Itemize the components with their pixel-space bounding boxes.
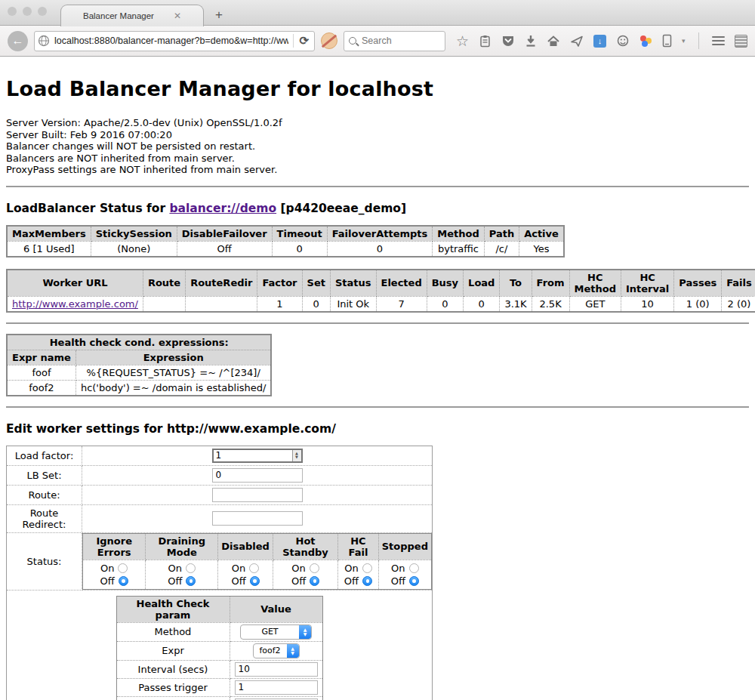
radio-hot-standby-off[interactable] <box>310 576 319 586</box>
url-input[interactable] <box>53 35 290 47</box>
tab-close-icon[interactable]: ✕ <box>174 11 181 21</box>
col-method: Method <box>433 226 484 242</box>
cell-method: bytraffic <box>433 241 484 257</box>
dropbox-extension-icon[interactable]: ↓ <box>593 35 606 48</box>
radio-draining-mode-off[interactable] <box>186 576 196 586</box>
home-icon[interactable] <box>547 35 560 48</box>
tab-title: Balancer Manager <box>83 11 154 20</box>
health-check-param-table: Health Check param Value Method GET▲▼ Ex… <box>116 596 323 700</box>
off-label: Off <box>100 575 115 587</box>
cell-factor: 1 <box>257 296 302 312</box>
col-expr-name: Expr name <box>7 350 76 365</box>
hc-row-method: Method GET▲▼ <box>116 622 322 641</box>
minimize-window-icon[interactable] <box>23 7 32 16</box>
cell-elected: 7 <box>376 296 427 312</box>
cell-fails: 2 (0) <box>722 296 755 312</box>
loadbalancer-status-heading: LoadBalancer Status for balancer://demo … <box>6 202 749 215</box>
route-redirect-input[interactable] <box>212 511 303 526</box>
col-hc-method: HC Method <box>569 270 621 297</box>
zoom-window-icon[interactable] <box>38 7 47 16</box>
cell-from: 2.5K <box>532 296 569 312</box>
col-disablefailover: DisableFailover <box>177 226 272 242</box>
route-input[interactable] <box>212 488 303 502</box>
expr-table-title: Health check cond. expressions: <box>7 335 271 350</box>
col-factor: Factor <box>257 270 302 297</box>
col-busy: Busy <box>427 270 463 297</box>
downloads-icon[interactable] <box>525 35 537 48</box>
search-bar[interactable] <box>344 31 445 51</box>
balancer-demo-link[interactable]: balancer://demo <box>169 202 276 215</box>
forum-smiley-icon[interactable] <box>616 35 630 48</box>
edit-worker-heading: Edit worker settings for http://www.exam… <box>6 422 749 436</box>
radio-hot-standby-on[interactable] <box>310 563 319 573</box>
radio-disabled-on[interactable] <box>249 563 259 573</box>
radio-disabled-off[interactable] <box>250 576 260 586</box>
off-label: Off <box>344 575 359 587</box>
interval-input[interactable] <box>235 662 318 677</box>
lb-set-label: LB Set: <box>7 465 82 485</box>
col-to: To <box>500 270 532 297</box>
pocket-icon[interactable] <box>501 35 515 48</box>
radio-stopped-off[interactable] <box>409 576 419 586</box>
lb-set-input[interactable] <box>212 468 303 483</box>
cell-expr-name: foof2 <box>7 380 76 396</box>
select-stepper-icon: ▲▼ <box>299 625 311 639</box>
cell-failoverattempts: 0 <box>327 241 433 257</box>
window-titlebar: Balancer Manager ✕ + <box>0 0 755 26</box>
device-icon[interactable] <box>662 34 672 48</box>
table-header-row: Worker URL Route RouteRedir Factor Set S… <box>7 270 755 297</box>
menu-icon[interactable] <box>712 34 725 48</box>
radio-hc-fail-on[interactable] <box>362 563 372 573</box>
close-window-icon[interactable] <box>8 7 17 16</box>
expr-label: Expr <box>116 641 230 660</box>
radio-ignore-errors-on[interactable] <box>118 563 128 573</box>
new-tab-button[interactable]: + <box>215 8 223 23</box>
method-select[interactable]: GET▲▼ <box>240 624 312 640</box>
section-divider <box>6 322 749 324</box>
radio-stopped-on[interactable] <box>409 563 419 573</box>
col-hc-interval: HC Interval <box>621 270 673 297</box>
on-label: On <box>291 563 305 574</box>
cell-expression: %{REQUEST_STATUS} =~ /^[234]/ <box>76 365 271 380</box>
route-redirect-label: Route Redirect: <box>7 504 82 532</box>
adblock-icon[interactable] <box>321 32 337 49</box>
col-elected: Elected <box>376 270 427 297</box>
cell-path: /c/ <box>484 241 519 257</box>
clipboard-icon[interactable] <box>479 35 492 48</box>
expr-select[interactable]: foof2▲▼ <box>253 643 300 658</box>
col-set: Set <box>302 270 330 297</box>
page-title: Load Balancer Manager for localhost <box>6 77 749 100</box>
load-factor-input[interactable] <box>214 450 292 461</box>
cell-hc-method: GET <box>569 296 621 312</box>
reload-icon[interactable]: ⟳ <box>297 34 311 48</box>
cell-maxmembers: 6 [1 Used] <box>7 241 91 257</box>
back-button[interactable]: ← <box>8 31 28 51</box>
edit-worker-form: Load factor: ▲▼ LB Set: Route: Route Red… <box>6 446 433 700</box>
worker-url-link[interactable]: http://www.example.com/ <box>12 298 138 310</box>
section-divider <box>6 186 749 187</box>
col-stopped: Stopped <box>378 533 431 560</box>
url-bar[interactable]: ⟳ <box>34 31 315 51</box>
chevron-down-icon[interactable]: ▾ <box>682 37 686 45</box>
browser-tab[interactable]: Balancer Manager ✕ <box>60 5 204 26</box>
tab-grid-icon[interactable] <box>735 35 747 48</box>
radio-ignore-errors-off[interactable] <box>119 576 128 586</box>
radio-draining-mode-on[interactable] <box>186 563 196 573</box>
col-hc-param: Health Check param <box>116 596 230 622</box>
cell-status: Init Ok <box>330 296 376 312</box>
col-hc-fail: HC Fail <box>338 533 379 560</box>
send-icon[interactable] <box>570 35 584 48</box>
cell-disablefailover: Off <box>177 241 272 257</box>
search-input[interactable] <box>360 35 428 47</box>
col-failoverattempts: FailoverAttempts <box>327 226 433 242</box>
heading-suffix: [p4420eeae_demo] <box>276 202 406 215</box>
passes-trigger-input[interactable] <box>235 680 318 695</box>
number-spinner-icon[interactable]: ▲▼ <box>292 450 301 461</box>
colored-dots-extension-icon[interactable] <box>639 35 652 48</box>
bookmark-star-icon[interactable]: ☆ <box>456 34 469 48</box>
on-label: On <box>391 563 405 574</box>
radio-hc-fail-off[interactable] <box>362 576 372 586</box>
route-label: Route: <box>7 485 82 504</box>
hc-row-interval: Interval (secs) <box>116 660 322 678</box>
toolbar-divider <box>698 32 699 49</box>
